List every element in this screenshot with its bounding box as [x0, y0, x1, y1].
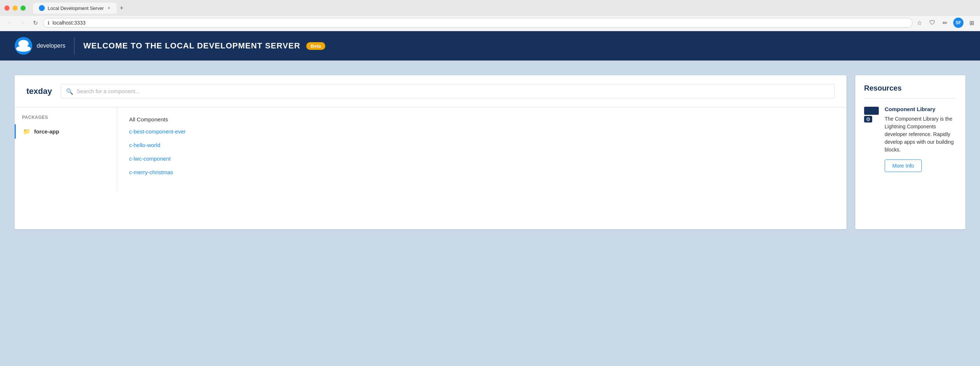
browser-tabs: Local Development Server × +: [33, 3, 975, 14]
tab-title: Local Development Server: [48, 5, 104, 11]
resource-description: The Component Library is the Lightning C…: [885, 115, 956, 154]
component-library-icon: [864, 107, 879, 123]
address-input[interactable]: [52, 20, 908, 25]
resource-item-component-library: Component Library The Component Library …: [864, 106, 956, 172]
maximize-window-button[interactable]: [21, 5, 25, 11]
packages-label: PACKAGES: [15, 115, 117, 124]
reload-button[interactable]: ↻: [31, 18, 40, 28]
main-panel: texday 🔍 PACKAGES 📁 force-app All Compon…: [15, 75, 846, 229]
close-window-button[interactable]: [5, 5, 10, 11]
component-link-hello-world[interactable]: c-hello-world: [129, 142, 835, 148]
more-info-button[interactable]: More Info: [885, 159, 922, 172]
extensions-button[interactable]: ⊞: [968, 18, 975, 28]
shield-icon-button[interactable]: 🛡: [928, 18, 937, 27]
resource-icon-bottom-block: [864, 116, 872, 123]
resource-content: Component Library The Component Library …: [885, 106, 956, 172]
folder-icon: 📁: [23, 128, 30, 135]
toolbar-icons: ☆ 🛡 ✏ SF ⊞: [915, 18, 975, 28]
page-header: developers WELCOME TO THE LOCAL DEVELOPM…: [0, 31, 980, 60]
address-bar[interactable]: ℹ: [43, 18, 913, 27]
project-name: texday: [26, 86, 52, 96]
package-item-force-app[interactable]: 📁 force-app: [15, 124, 117, 138]
main-panel-body: PACKAGES 📁 force-app All Components c-be…: [15, 107, 846, 191]
packages-sidebar: PACKAGES 📁 force-app: [15, 107, 118, 191]
sf-logo-area: developers: [15, 37, 75, 55]
window-controls: [5, 5, 25, 11]
search-container: 🔍: [61, 84, 835, 98]
resources-title: Resources: [864, 84, 956, 99]
sf-cloud-logo-icon: [15, 37, 32, 55]
bookmark-button[interactable]: ☆: [915, 18, 924, 28]
forward-button[interactable]: →: [18, 18, 28, 27]
beta-badge: Beta: [306, 42, 325, 50]
address-bar-info-icon: ℹ: [48, 20, 49, 25]
new-tab-button[interactable]: +: [117, 3, 127, 14]
browser-chrome: Local Development Server × + ← → ↻ ℹ ☆ 🛡…: [0, 0, 980, 31]
package-item-label: force-app: [34, 128, 59, 135]
component-link-merry-christmas[interactable]: c-merry-christmas: [129, 169, 835, 175]
page-title: WELCOME TO THE LOCAL DEVELOPMENT SERVER: [83, 41, 301, 51]
browser-titlebar: Local Development Server × +: [0, 0, 980, 16]
salesforce-icon-button[interactable]: SF: [953, 18, 964, 28]
components-area: All Components c-best-component-ever c-h…: [118, 107, 846, 191]
search-input[interactable]: [61, 84, 835, 98]
page-body: texday 🔍 PACKAGES 📁 force-app All Compon…: [0, 60, 980, 244]
sf-developers-text: developers: [37, 43, 65, 49]
minimize-window-button[interactable]: [13, 5, 18, 11]
resource-name: Component Library: [885, 106, 956, 112]
tab-close-button[interactable]: ×: [107, 5, 111, 11]
browser-toolbar: ← → ↻ ℹ ☆ 🛡 ✏ SF ⊞: [0, 16, 980, 31]
resources-panel: Resources Component Library The Componen…: [855, 75, 965, 229]
component-link-lwc-component[interactable]: c-lwc-component: [129, 156, 835, 162]
pen-icon-button[interactable]: ✏: [941, 18, 949, 28]
tab-favicon-icon: [39, 5, 45, 11]
search-icon: 🔍: [66, 88, 73, 95]
component-link-best-component-ever[interactable]: c-best-component-ever: [129, 128, 835, 135]
all-components-label: All Components: [129, 116, 835, 123]
back-button[interactable]: ←: [5, 18, 15, 27]
main-panel-header: texday 🔍: [15, 75, 846, 107]
resource-icon-top-block: [864, 107, 879, 115]
active-tab[interactable]: Local Development Server ×: [33, 3, 117, 14]
